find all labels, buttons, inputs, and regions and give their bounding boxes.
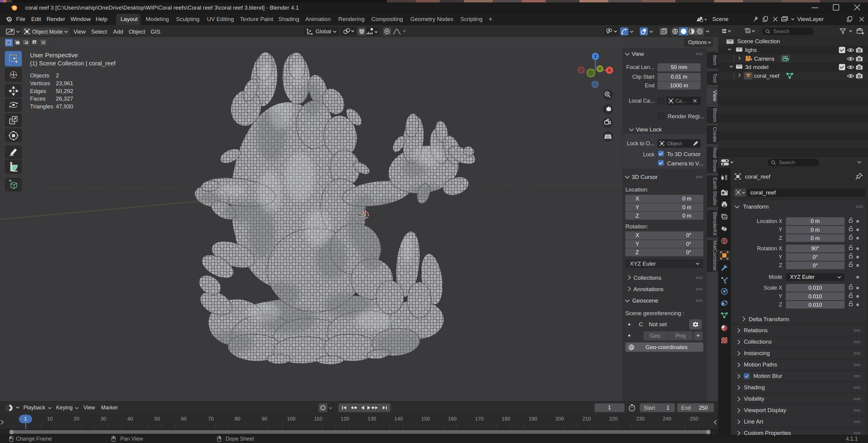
svg-text:X: X xyxy=(608,67,611,72)
svg-text:Y: Y xyxy=(599,67,601,71)
svg-text:Z: Z xyxy=(594,54,596,59)
